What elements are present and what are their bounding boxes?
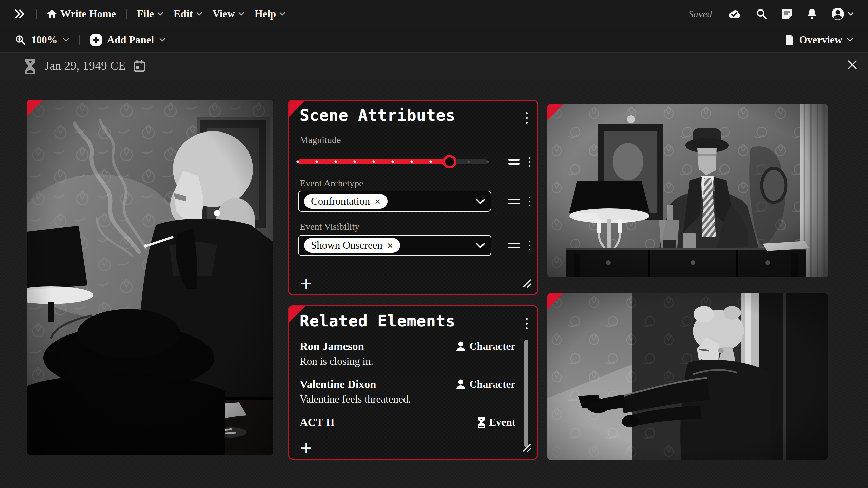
calendar-icon[interactable] [133, 60, 145, 72]
menu-help[interactable]: Help [255, 8, 286, 20]
selection-corner-marker [289, 101, 305, 117]
chevron-down-icon [279, 12, 285, 16]
element-description-clipped: Act II begins. [300, 430, 515, 433]
drag-handle-icon[interactable] [508, 159, 520, 165]
page-icon [785, 34, 794, 46]
drag-handle-icon[interactable] [508, 199, 520, 204]
panel-menu-kebab-icon[interactable] [526, 318, 528, 329]
collapse-sidebar-icon[interactable] [14, 9, 26, 19]
magnitude-slider[interactable] [298, 159, 488, 164]
divider [79, 35, 80, 45]
panel-menu-kebab-icon[interactable] [526, 112, 528, 124]
panel-title: Related Elements [300, 312, 455, 330]
magnitude-slider-thumb[interactable] [443, 155, 456, 168]
menu-view[interactable]: View [213, 8, 244, 20]
selection-corner-marker [27, 100, 43, 116]
slider-tick [335, 161, 337, 163]
event-visibility-select[interactable]: Shown Onscreen × [298, 235, 491, 256]
hourglass-icon [24, 58, 36, 74]
person-icon [456, 341, 466, 352]
home-label: Write Home [60, 8, 116, 20]
event-visibility-field-row: Shown Onscreen × [298, 235, 530, 256]
add-related-element-button[interactable]: + [299, 440, 314, 455]
noir-photo-femme-fatale-desk[interactable] [27, 100, 273, 455]
hourglass-icon [477, 416, 486, 428]
selection-corner-marker [289, 306, 305, 323]
slider-tick [411, 161, 413, 163]
chevron-down-icon [196, 12, 202, 16]
noir-photo-woman-with-gun[interactable] [547, 293, 828, 460]
list-item[interactable]: ACT II Event Act II begins. [300, 415, 515, 433]
slider-tick [430, 161, 432, 163]
list-item[interactable]: Ron Jameson Character Ron is closing in. [300, 339, 515, 369]
field-menu-kebab-icon[interactable] [529, 197, 530, 206]
zoom-in-icon [15, 35, 26, 45]
scene-canvas: Scene Attributes Magnitude Event Archety… [0, 80, 868, 488]
chevron-down-icon [157, 12, 163, 16]
close-icon[interactable] [845, 57, 860, 72]
divider [470, 195, 470, 207]
element-description: Ron is closing in. [300, 354, 515, 369]
remove-tag-icon[interactable]: × [374, 197, 381, 206]
slider-tick [354, 161, 356, 163]
tag-pill: Shown Onscreen × [304, 238, 400, 253]
chevron-down-icon [63, 38, 69, 42]
menu-file[interactable]: File [137, 8, 163, 20]
chevron-down-icon [476, 243, 485, 248]
drag-handle-icon[interactable] [508, 243, 520, 248]
selection-corner-marker [547, 293, 564, 309]
saved-status: Saved [689, 8, 712, 20]
chevron-down-icon [238, 12, 244, 16]
selection-corner-marker [547, 104, 564, 120]
list-scrollbar[interactable] [524, 340, 528, 447]
element-type-badge[interactable]: Event [477, 416, 516, 428]
notes-icon[interactable] [781, 8, 793, 19]
timeline-date-header: Jan 29, 1949 CE [0, 53, 868, 80]
list-item[interactable]: Valentine Dixon Character Valentine feel… [300, 377, 515, 407]
field-menu-kebab-icon[interactable] [529, 157, 530, 167]
divider [126, 9, 127, 19]
slider-tick [487, 161, 489, 163]
chevron-down-icon [159, 38, 165, 42]
scene-date[interactable]: Jan 29, 1949 CE [45, 59, 126, 73]
cloud-check-icon [726, 8, 742, 19]
add-attribute-button[interactable]: + [299, 276, 314, 291]
menu-edit[interactable]: Edit [174, 8, 202, 20]
notifications-bell-icon[interactable] [807, 8, 817, 20]
view-mode-selector[interactable]: Overview [785, 34, 853, 46]
divider [36, 9, 37, 19]
magnitude-field-row [298, 154, 530, 169]
related-elements-list: Ron Jameson Character Ron is closing in.… [300, 339, 515, 434]
scene-attributes-panel: Scene Attributes Magnitude Event Archety… [288, 100, 538, 295]
account-menu[interactable] [831, 7, 854, 20]
person-icon [456, 379, 466, 390]
add-panel-button[interactable]: Add Panel [90, 34, 166, 46]
panel-title: Scene Attributes [300, 106, 455, 124]
event-archetype-field-row: Confrontation × [298, 191, 530, 212]
resize-handle-icon[interactable] [521, 443, 532, 454]
plus-square-icon [90, 34, 102, 46]
element-type-badge[interactable]: Character [456, 378, 515, 390]
slider-tick [392, 161, 394, 163]
chevron-down-icon [847, 38, 853, 42]
home-button[interactable]: Write Home [47, 8, 116, 20]
divider [470, 239, 470, 251]
field-menu-kebab-icon[interactable] [529, 241, 530, 250]
field-label-event-archetype: Event Archetype [300, 178, 363, 189]
menu-bar: Write Home File Edit View Help Saved [0, 0, 868, 28]
chevron-down-icon [476, 199, 485, 204]
resize-handle-icon[interactable] [521, 279, 532, 290]
account-avatar-icon [831, 7, 844, 20]
zoom-value: 100% [31, 34, 58, 46]
zoom-control[interactable]: 100% [15, 34, 69, 46]
related-elements-panel: Related Elements Ron Jameson Character R… [288, 305, 538, 460]
element-description: Valentine feels threatened. [300, 392, 515, 407]
slider-tick [373, 161, 375, 163]
element-type-badge[interactable]: Character [456, 340, 515, 352]
noir-photo-man-at-sideboard[interactable] [547, 104, 828, 277]
home-icon [47, 9, 57, 19]
event-archetype-select[interactable]: Confrontation × [298, 191, 491, 212]
remove-tag-icon[interactable]: × [387, 241, 393, 250]
search-icon[interactable] [756, 8, 767, 19]
canvas-toolbar: 100% Add Panel Overview [0, 28, 868, 53]
